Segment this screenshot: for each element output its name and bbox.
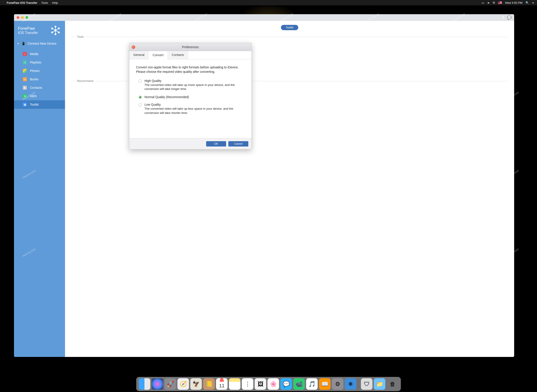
- dock-preview-icon[interactable]: 🖼: [255, 378, 266, 390]
- dock-fonepaw-icon[interactable]: ❄: [345, 378, 356, 390]
- nav-label: Contacts: [30, 86, 42, 89]
- facebook-icon[interactable]: f: [502, 15, 504, 20]
- toolkit-icon: ▦: [23, 103, 27, 107]
- input-flag-icon[interactable]: [498, 1, 502, 4]
- dock-messages-icon[interactable]: 💬: [281, 378, 292, 390]
- sidebar-item-playlists[interactable]: ♫Playlists: [14, 58, 65, 67]
- chat-icon[interactable]: 💬: [507, 15, 511, 20]
- dock-app-icon[interactable]: 🛡: [361, 378, 373, 390]
- calendar-month: APR: [220, 378, 224, 382]
- menu-help[interactable]: Help: [52, 1, 58, 5]
- books-icon: ▭: [23, 77, 27, 81]
- main-content: Toolkit Tools Restore Contacts: [65, 21, 514, 357]
- dock-separator: [359, 380, 359, 390]
- dock-facetime-icon[interactable]: 📹: [293, 378, 305, 390]
- radio-icon: [139, 79, 142, 83]
- dock-reminders-icon[interactable]: ⋮: [242, 378, 253, 390]
- dock-itunes-icon[interactable]: 🎵: [306, 378, 318, 390]
- dock-siri-icon[interactable]: [152, 378, 163, 390]
- sidebar-item-sms[interactable]: ✉SMS: [14, 92, 65, 100]
- dock: 🚀 🧭 🦅 📒 APR11 ⋮ 🖼 🌸 💬 📹 🎵 📖 ⚙ ❄ 🛡 📁 🗑: [136, 377, 401, 391]
- window-traffic-lights: [17, 16, 28, 19]
- radio-subtitle: The converted video will take up more sp…: [144, 83, 245, 91]
- tab-general[interactable]: General: [129, 51, 149, 59]
- nav-label: Playlists: [30, 61, 41, 64]
- playlist-icon: ♫: [23, 60, 27, 64]
- cancel-button[interactable]: Cancel: [228, 141, 248, 146]
- sidebar-item-books[interactable]: ▭Books: [14, 75, 65, 84]
- svg-line-9: [52, 28, 56, 30]
- nav-label: Books: [30, 77, 39, 81]
- radio-normal-quality[interactable]: Normal Quality (Recommended): [136, 95, 245, 99]
- menubar-app-name[interactable]: FonePaw iOS Transfer: [7, 1, 37, 5]
- connect-device-label: Connect New Device: [28, 42, 57, 45]
- brand-subtitle: iOS Transfer: [18, 31, 38, 35]
- window-maximize-button[interactable]: [26, 16, 28, 19]
- dock-trash-icon[interactable]: 🗑: [387, 378, 398, 390]
- dialog-app-icon: [132, 45, 135, 49]
- convert-description: Convert non-apple format files to right …: [136, 65, 245, 74]
- nav-label: Media: [30, 52, 38, 56]
- tools-section-label: Tools: [75, 35, 85, 38]
- sidebar-item-toolkit[interactable]: ▦Toolkit: [14, 100, 65, 109]
- calendar-day: 11: [219, 382, 224, 390]
- dock-settings-icon[interactable]: ⚙: [332, 378, 343, 390]
- dock-ibooks-icon[interactable]: 📖: [319, 378, 331, 390]
- dock-calendar-icon[interactable]: APR11: [216, 378, 228, 390]
- radio-low-quality[interactable]: Low Quality The converted video will tak…: [136, 103, 245, 115]
- list-icon[interactable]: ≡: [532, 1, 534, 5]
- screen-icon[interactable]: ⧉: [493, 1, 495, 5]
- device-icon: 📱: [22, 42, 25, 45]
- nav-label: SMS: [30, 94, 37, 98]
- radio-high-quality[interactable]: High Quality The converted video will ta…: [136, 79, 245, 91]
- sms-icon: ✉: [23, 94, 27, 98]
- dialog-footer: OK Cancel: [129, 138, 251, 149]
- dock-notes-icon[interactable]: [229, 378, 241, 390]
- mac-menubar: FonePaw iOS Transfer Tools Help ▭ ➤ ⧉ We…: [0, 0, 537, 5]
- radio-title: High Quality: [144, 79, 245, 83]
- tab-contacts[interactable]: Contacts: [168, 51, 188, 59]
- brand-block: FonePaw iOS Transfer: [14, 23, 65, 40]
- recommend-section-label: Recommend: [75, 79, 95, 83]
- window-close-button[interactable]: [17, 16, 19, 19]
- toolkit-pill-button[interactable]: Toolkit: [281, 25, 298, 30]
- display-icon[interactable]: ▭: [481, 1, 484, 5]
- search-icon[interactable]: 🔍: [525, 1, 529, 5]
- svg-line-12: [56, 30, 59, 33]
- dock-contacts-icon[interactable]: 📒: [203, 378, 215, 390]
- tab-convert[interactable]: Convert: [149, 51, 168, 59]
- app-window: f 💬 FonePaw iOS Transfer ▼ 📱 Connect New…: [14, 14, 514, 357]
- window-minimize-button[interactable]: [21, 16, 24, 19]
- dock-folder-icon[interactable]: 📁: [374, 378, 385, 390]
- dialog-content: Convert non-apple format files to right …: [129, 59, 251, 138]
- dialog-tabs: General Convert Contacts: [129, 51, 251, 59]
- sidebar-item-media[interactable]: ♪Media: [14, 50, 65, 58]
- dock-safari-icon[interactable]: 🧭: [177, 378, 189, 390]
- nav-label: Photos: [30, 69, 40, 73]
- dialog-title: Preferences: [182, 45, 199, 49]
- dock-launchpad-icon[interactable]: 🚀: [165, 378, 176, 390]
- connect-device-row[interactable]: ▼ 📱 Connect New Device: [14, 40, 65, 47]
- menubar-clock[interactable]: Wed 4:50 PM: [505, 1, 523, 5]
- music-icon: ♪: [23, 52, 27, 56]
- menubar-status-area: ▭ ➤ ⧉ Wed 4:50 PM 🔍 ≡: [481, 1, 534, 5]
- dock-mail-icon[interactable]: 🦅: [190, 378, 202, 390]
- radio-subtitle: The converted video will take up less sp…: [144, 107, 245, 115]
- menu-tools[interactable]: Tools: [41, 1, 48, 5]
- sidebar: FonePaw iOS Transfer ▼ 📱 Connect New Dev…: [14, 21, 65, 357]
- svg-line-10: [56, 28, 59, 30]
- preferences-dialog: Preferences General Convert Contacts Con…: [129, 43, 252, 149]
- dock-photos-icon[interactable]: 🌸: [268, 378, 279, 390]
- dock-finder-icon[interactable]: [139, 378, 150, 390]
- sidebar-item-contacts[interactable]: ◐Contacts: [14, 84, 65, 92]
- ok-button[interactable]: OK: [206, 141, 226, 146]
- cursor-icon[interactable]: ➤: [487, 1, 490, 5]
- radio-icon: [139, 103, 142, 106]
- sidebar-item-photos[interactable]: Photos: [14, 67, 65, 75]
- svg-line-11: [52, 30, 56, 33]
- contacts-icon: ◐: [23, 86, 27, 90]
- radio-title: Low Quality: [144, 103, 245, 106]
- brand-logo-icon: [50, 25, 61, 36]
- photos-icon: [23, 69, 27, 73]
- caret-down-icon: ▼: [17, 42, 19, 45]
